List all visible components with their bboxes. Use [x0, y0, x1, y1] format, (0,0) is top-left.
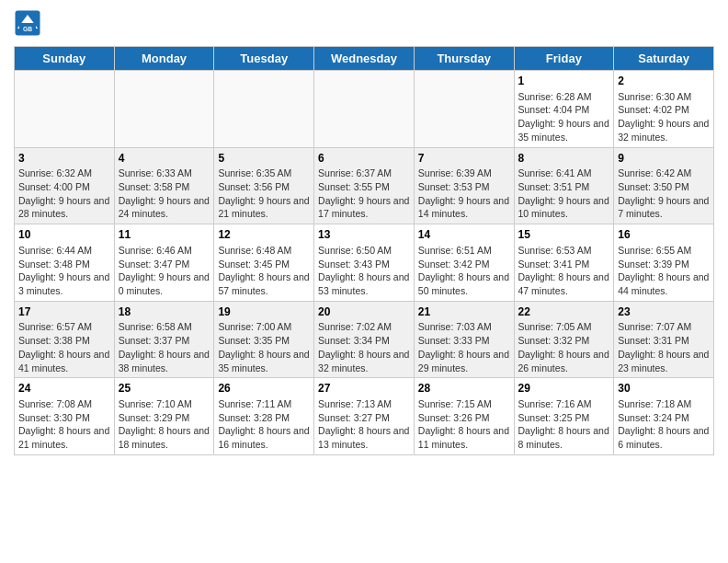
calendar-header-row: Sunday Monday Tuesday Wednesday Thursday… [15, 47, 714, 71]
day-number: 20 [318, 304, 410, 320]
header: GB [14, 9, 714, 37]
day-info: Sunrise: 7:11 AM Sunset: 3:28 PM Dayligh… [218, 398, 309, 450]
calendar-cell: 28Sunrise: 7:15 AM Sunset: 3:26 PM Dayli… [414, 378, 514, 455]
day-info: Sunrise: 7:18 AM Sunset: 3:24 PM Dayligh… [618, 398, 709, 450]
day-info: Sunrise: 6:37 AM Sunset: 3:55 PM Dayligh… [318, 167, 409, 219]
header-thursday: Thursday [414, 47, 514, 71]
day-info: Sunrise: 6:48 AM Sunset: 3:45 PM Dayligh… [218, 245, 309, 296]
calendar-cell: 20Sunrise: 7:02 AM Sunset: 3:34 PM Dayli… [314, 301, 415, 378]
calendar-cell: 23Sunrise: 7:07 AM Sunset: 3:31 PM Dayli… [614, 301, 714, 378]
day-number: 16 [618, 227, 710, 243]
day-info: Sunrise: 7:02 AM Sunset: 3:34 PM Dayligh… [318, 321, 409, 373]
page: GB Sunday Monday Tuesday Wednesday Thurs… [0, 0, 728, 563]
day-number: 15 [518, 227, 610, 243]
day-number: 4 [119, 151, 210, 167]
day-number: 7 [418, 151, 510, 167]
calendar-cell [114, 71, 214, 148]
calendar-cell: 8Sunrise: 6:41 AM Sunset: 3:51 PM Daylig… [514, 147, 614, 224]
calendar-cell: 30Sunrise: 7:18 AM Sunset: 3:24 PM Dayli… [614, 378, 714, 455]
calendar-week-row: 10Sunrise: 6:44 AM Sunset: 3:48 PM Dayli… [15, 224, 714, 302]
calendar-cell: 24Sunrise: 7:08 AM Sunset: 3:30 PM Dayli… [15, 378, 115, 455]
day-info: Sunrise: 6:57 AM Sunset: 3:38 PM Dayligh… [18, 321, 109, 373]
calendar-cell: 16Sunrise: 6:55 AM Sunset: 3:39 PM Dayli… [614, 224, 714, 302]
day-number: 25 [119, 381, 210, 396]
day-info: Sunrise: 6:28 AM Sunset: 4:04 PM Dayligh… [518, 91, 609, 143]
calendar-cell: 2Sunrise: 6:30 AM Sunset: 4:02 PM Daylig… [614, 71, 714, 148]
day-info: Sunrise: 7:10 AM Sunset: 3:29 PM Dayligh… [119, 398, 210, 450]
day-info: Sunrise: 7:00 AM Sunset: 3:35 PM Dayligh… [218, 321, 309, 373]
day-number: 19 [218, 304, 310, 320]
day-number: 17 [18, 304, 110, 320]
day-info: Sunrise: 7:05 AM Sunset: 3:32 PM Dayligh… [518, 321, 609, 373]
day-number: 14 [418, 227, 510, 243]
day-info: Sunrise: 6:32 AM Sunset: 4:00 PM Dayligh… [18, 167, 109, 219]
day-info: Sunrise: 6:33 AM Sunset: 3:58 PM Dayligh… [119, 167, 210, 219]
day-info: Sunrise: 7:03 AM Sunset: 3:33 PM Dayligh… [418, 321, 509, 373]
calendar-cell: 26Sunrise: 7:11 AM Sunset: 3:28 PM Dayli… [214, 378, 314, 455]
day-info: Sunrise: 6:51 AM Sunset: 3:42 PM Dayligh… [418, 245, 509, 296]
day-number: 10 [18, 227, 110, 243]
calendar-cell: 19Sunrise: 7:00 AM Sunset: 3:35 PM Dayli… [214, 301, 314, 378]
day-number: 2 [618, 74, 710, 89]
day-number: 23 [618, 304, 710, 320]
day-info: Sunrise: 6:42 AM Sunset: 3:50 PM Dayligh… [618, 167, 709, 219]
day-number: 5 [218, 151, 310, 167]
day-info: Sunrise: 6:41 AM Sunset: 3:51 PM Dayligh… [518, 167, 609, 219]
header-wednesday: Wednesday [314, 47, 415, 71]
calendar-table: Sunday Monday Tuesday Wednesday Thursday… [14, 46, 714, 455]
header-monday: Monday [114, 47, 214, 71]
svg-text:GB: GB [23, 26, 32, 32]
calendar-cell: 6Sunrise: 6:37 AM Sunset: 3:55 PM Daylig… [314, 147, 415, 224]
calendar-cell: 10Sunrise: 6:44 AM Sunset: 3:48 PM Dayli… [15, 224, 115, 302]
calendar-week-row: 17Sunrise: 6:57 AM Sunset: 3:38 PM Dayli… [15, 301, 714, 378]
day-number: 21 [418, 304, 510, 320]
calendar-week-row: 24Sunrise: 7:08 AM Sunset: 3:30 PM Dayli… [15, 378, 714, 455]
calendar-week-row: 3Sunrise: 6:32 AM Sunset: 4:00 PM Daylig… [15, 147, 714, 224]
day-number: 3 [18, 151, 110, 167]
day-info: Sunrise: 6:35 AM Sunset: 3:56 PM Dayligh… [218, 167, 309, 219]
calendar-cell: 7Sunrise: 6:39 AM Sunset: 3:53 PM Daylig… [414, 147, 514, 224]
calendar-cell: 1Sunrise: 6:28 AM Sunset: 4:04 PM Daylig… [514, 71, 614, 148]
calendar-cell: 12Sunrise: 6:48 AM Sunset: 3:45 PM Dayli… [214, 224, 314, 302]
day-info: Sunrise: 6:55 AM Sunset: 3:39 PM Dayligh… [618, 245, 709, 296]
calendar-cell: 14Sunrise: 6:51 AM Sunset: 3:42 PM Dayli… [414, 224, 514, 302]
calendar-cell: 5Sunrise: 6:35 AM Sunset: 3:56 PM Daylig… [214, 147, 314, 224]
header-sunday: Sunday [15, 47, 115, 71]
day-info: Sunrise: 6:46 AM Sunset: 3:47 PM Dayligh… [119, 245, 210, 296]
day-number: 18 [119, 304, 210, 320]
calendar-cell [314, 71, 415, 148]
header-friday: Friday [514, 47, 614, 71]
day-info: Sunrise: 7:15 AM Sunset: 3:26 PM Dayligh… [418, 398, 509, 450]
calendar-cell [214, 71, 314, 148]
day-info: Sunrise: 7:13 AM Sunset: 3:27 PM Dayligh… [318, 398, 409, 450]
day-info: Sunrise: 6:30 AM Sunset: 4:02 PM Dayligh… [618, 91, 709, 143]
calendar-cell [15, 71, 115, 148]
day-number: 24 [18, 381, 110, 396]
header-saturday: Saturday [614, 47, 714, 71]
calendar-cell: 21Sunrise: 7:03 AM Sunset: 3:33 PM Dayli… [414, 301, 514, 378]
day-number: 9 [618, 151, 710, 167]
day-number: 30 [618, 381, 710, 396]
day-number: 22 [518, 304, 610, 320]
day-number: 12 [218, 227, 310, 243]
day-number: 26 [218, 381, 310, 396]
day-number: 28 [418, 381, 510, 396]
day-info: Sunrise: 6:58 AM Sunset: 3:37 PM Dayligh… [119, 321, 210, 373]
calendar-cell: 27Sunrise: 7:13 AM Sunset: 3:27 PM Dayli… [314, 378, 415, 455]
header-tuesday: Tuesday [214, 47, 314, 71]
day-info: Sunrise: 6:44 AM Sunset: 3:48 PM Dayligh… [18, 245, 109, 296]
calendar-cell: 11Sunrise: 6:46 AM Sunset: 3:47 PM Dayli… [114, 224, 214, 302]
calendar-cell: 17Sunrise: 6:57 AM Sunset: 3:38 PM Dayli… [15, 301, 115, 378]
calendar-cell: 3Sunrise: 6:32 AM Sunset: 4:00 PM Daylig… [15, 147, 115, 224]
calendar-cell [414, 71, 514, 148]
calendar-cell: 25Sunrise: 7:10 AM Sunset: 3:29 PM Dayli… [114, 378, 214, 455]
day-info: Sunrise: 6:50 AM Sunset: 3:43 PM Dayligh… [318, 245, 409, 296]
day-number: 27 [318, 381, 410, 396]
day-info: Sunrise: 7:07 AM Sunset: 3:31 PM Dayligh… [618, 321, 709, 373]
calendar-cell: 29Sunrise: 7:16 AM Sunset: 3:25 PM Dayli… [514, 378, 614, 455]
logo-icon: GB [14, 9, 41, 37]
day-number: 13 [318, 227, 410, 243]
day-number: 29 [518, 381, 610, 396]
day-info: Sunrise: 6:53 AM Sunset: 3:41 PM Dayligh… [518, 245, 609, 296]
calendar-cell: 22Sunrise: 7:05 AM Sunset: 3:32 PM Dayli… [514, 301, 614, 378]
